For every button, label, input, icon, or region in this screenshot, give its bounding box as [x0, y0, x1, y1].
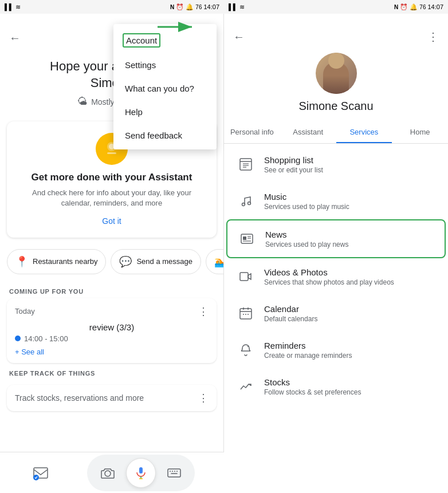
- time-right: 14:07: [427, 3, 443, 10]
- service-reminders[interactable]: Reminders Create or manage reminders: [226, 332, 446, 368]
- keyboard-button[interactable]: [163, 462, 186, 484]
- calendar-name: Calendar: [264, 304, 437, 314]
- got-it-button[interactable]: Got it: [102, 216, 121, 226]
- tab-home[interactable]: Home: [392, 122, 448, 143]
- calendar-info: Calendar Default calendars: [264, 304, 437, 323]
- services-list: Shopping list See or edit your list Musi…: [224, 144, 448, 493]
- right-more-button[interactable]: ⋮: [427, 30, 439, 44]
- service-news[interactable]: News Services used to play news: [226, 219, 446, 258]
- card-more-button[interactable]: ⋮: [198, 305, 209, 318]
- right-battery: 76: [419, 4, 426, 10]
- svg-rect-11: [168, 469, 180, 477]
- nfc-icon: N: [170, 4, 174, 10]
- signal-icon: ▌▌: [5, 3, 14, 10]
- profile-name: Simone Scanu: [298, 100, 373, 113]
- right-back-button[interactable]: ←: [233, 30, 245, 44]
- see-all-button[interactable]: + See all: [15, 348, 209, 356]
- right-signal-icon: ▌▌: [229, 3, 238, 10]
- news-name: News: [265, 230, 435, 239]
- right-alarm-icon: ⏰: [400, 3, 408, 11]
- svg-point-36: [247, 314, 249, 315]
- camera-button[interactable]: [96, 462, 119, 484]
- svg-rect-17: [240, 159, 251, 170]
- videos-icon: [235, 266, 256, 287]
- help-menu-item[interactable]: Help: [113, 100, 217, 124]
- svg-rect-25: [243, 236, 246, 240]
- service-music[interactable]: Music Services used to play music: [226, 183, 446, 219]
- left-panel: ▌▌ ≋ N ⏰ 🔔 76 14:07 ← Hope: [0, 0, 224, 493]
- svg-point-34: [243, 314, 244, 315]
- shopping-desc: See or edit your list: [264, 166, 437, 174]
- action-icon: 🏊: [214, 255, 223, 268]
- service-shopping[interactable]: Shopping list See or edit your list: [226, 146, 446, 183]
- reminders-info: Reminders Create or manage reminders: [264, 341, 437, 360]
- tab-personal-info[interactable]: Personal info: [224, 122, 280, 143]
- map-icon: 📍: [15, 255, 28, 268]
- calendar-icon: [235, 303, 256, 324]
- stocks-icon: [235, 376, 256, 397]
- quick-actions: 📍 Restaurants nearby 💬 Send a message 🏊 …: [0, 242, 223, 281]
- dropdown-menu: Account Settings What can you do? Help S…: [113, 24, 217, 149]
- event-title: review (3/3): [15, 322, 209, 332]
- keep-track-more-button[interactable]: ⋮: [198, 392, 209, 404]
- music-icon: [235, 191, 256, 211]
- card-header: Today ⋮: [15, 305, 209, 318]
- assistant-desc: And check here for info about your day, …: [16, 188, 207, 208]
- tab-assistant[interactable]: Assistant: [280, 122, 336, 143]
- time-left: 14:07: [203, 3, 219, 10]
- news-desc: Services used to play news: [265, 240, 435, 249]
- battery-left: 76: [195, 4, 202, 10]
- keep-track-card[interactable]: Track stocks, reservations and more ⋮: [7, 385, 217, 411]
- tab-services[interactable]: Services: [336, 122, 392, 143]
- feedback-menu-item[interactable]: Send feedback: [113, 124, 217, 147]
- music-desc: Services used to play music: [264, 203, 437, 211]
- back-button[interactable]: ←: [9, 31, 21, 45]
- shopping-info: Shopping list See or edit your list: [264, 155, 437, 174]
- restaurants-label: Restaurants nearby: [33, 257, 97, 266]
- svg-point-37: [249, 346, 249, 346]
- service-videos[interactable]: Videos & Photos Services that show photo…: [226, 258, 446, 295]
- reminders-desc: Create or manage reminders: [264, 352, 437, 360]
- service-stocks[interactable]: Stocks Follow stocks & set preferences: [226, 368, 446, 405]
- reminders-name: Reminders: [264, 341, 437, 350]
- stocks-name: Stocks: [264, 377, 437, 387]
- more-action-button[interactable]: 🏊 F: [206, 249, 223, 274]
- calendar-desc: Default calendars: [264, 315, 437, 323]
- stocks-desc: Follow stocks & set preferences: [264, 388, 437, 396]
- music-name: Music: [264, 192, 437, 202]
- restaurants-nearby-button[interactable]: 📍 Restaurants nearby: [7, 249, 106, 274]
- weather-icon: 🌤: [77, 96, 88, 108]
- event-time-text: 14:00 - 15:00: [24, 334, 68, 343]
- svg-rect-4: [107, 152, 116, 154]
- wifi-icon: ≋: [15, 3, 21, 11]
- videos-info: Videos & Photos Services that show photo…: [264, 267, 437, 286]
- message-icon: 💬: [119, 255, 132, 268]
- svg-point-22: [242, 203, 245, 206]
- bottom-center-group: [87, 455, 195, 491]
- tabs-row: Personal info Assistant Services Home: [224, 122, 448, 144]
- arrow-annotation: [155, 18, 201, 38]
- stocks-info: Stocks Follow stocks & set preferences: [264, 377, 437, 396]
- svg-point-23: [248, 202, 251, 205]
- shopping-name: Shopping list: [264, 155, 437, 165]
- right-status-right: N ⏰ 🔔 76 14:07: [394, 3, 443, 11]
- send-message-button[interactable]: 💬 Send a message: [111, 249, 201, 274]
- svg-point-35: [245, 314, 246, 315]
- status-bar-left: ▌▌ ≋ N ⏰ 🔔 76 14:07: [0, 0, 224, 14]
- mic-button[interactable]: [126, 458, 156, 488]
- right-header: ← ⋮: [224, 14, 448, 48]
- what-can-menu-item[interactable]: What can you do?: [113, 77, 217, 100]
- news-icon: [237, 228, 257, 249]
- service-calendar[interactable]: Calendar Default calendars: [226, 295, 446, 332]
- right-bell-icon: 🔔: [410, 3, 418, 11]
- videos-desc: Services that show photos and play video…: [264, 278, 437, 286]
- assistant-title: Get more done with your Assistant: [16, 172, 207, 183]
- settings-menu-item[interactable]: Settings: [113, 53, 217, 77]
- left-status-right: N ⏰ 🔔 76 14:07: [170, 3, 219, 11]
- coming-up-title: COMING UP FOR YOU: [0, 281, 223, 298]
- card-date: Today: [15, 307, 35, 315]
- shopping-icon: [235, 154, 256, 175]
- profile-section: Simone Scanu: [224, 48, 448, 122]
- status-bar-right: ▌▌ ≋ N ⏰ 🔔 76 14:07: [224, 0, 448, 14]
- right-panel: ▌▌ ≋ N ⏰ 🔔 76 14:07 ← ⋮ Simone Scanu Per…: [224, 0, 448, 493]
